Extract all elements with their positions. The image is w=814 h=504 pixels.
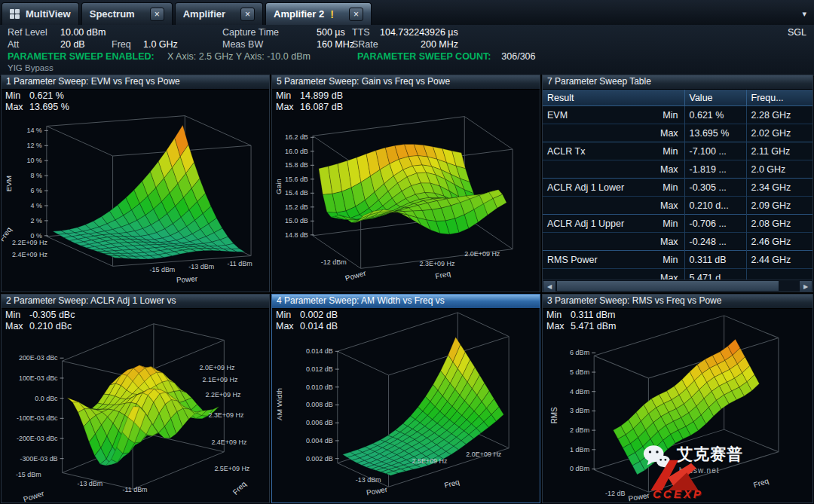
svg-text:2.5E+09 Hz: 2.5E+09 Hz	[214, 466, 249, 473]
table-row: RMS PowerMin0.311 dB2.44 GHz	[543, 251, 812, 269]
sgl-indicator: SGL	[788, 27, 806, 38]
tab-multiview[interactable]: MultiView	[2, 2, 79, 25]
tab-amplifier-2-label: Amplifier 2	[274, 8, 324, 20]
ref-level-value[interactable]: 10.00 dBm	[60, 27, 222, 38]
scroll-right-icon[interactable]: ▶	[799, 280, 812, 292]
svg-text:100E-03 dBc: 100E-03 dBc	[19, 374, 58, 382]
svg-text:2.0E+09 Hz: 2.0E+09 Hz	[200, 364, 235, 371]
tab-overflow-dropdown-icon[interactable]: ▾	[802, 9, 809, 25]
svg-text:15.2 dB: 15.2 dB	[285, 203, 308, 211]
freq-value[interactable]: 1.0 G­Hz	[143, 39, 222, 50]
svg-text:Power: Power	[366, 485, 388, 497]
svg-text:-100E-03 dBc: -100E-03 dBc	[17, 414, 58, 422]
svg-text:4 dBm: 4 dBm	[570, 388, 589, 396]
panel-aclr-minmax: Min-0.305 dBc Max0.210 dBc	[5, 310, 75, 332]
tab-amplifier-label: Amplifier	[183, 8, 225, 20]
warning-icon: !	[330, 8, 334, 20]
srate-value[interactable]: 200 MHz	[421, 39, 458, 50]
am-width-surface-plot[interactable]: 0.014 dB0.012 dB0.010 dB0.008 dB0.006 dB…	[272, 309, 540, 502]
panel-sweep-table-body: Result Value Frequ... EVMMin0.621 %2.28 …	[543, 90, 812, 292]
freq-label: Freq	[112, 39, 143, 50]
tts-value: 104.732243926 µs	[380, 27, 458, 38]
tab-amplifier-2[interactable]: Amplifier 2 ! ×	[265, 2, 372, 25]
panel-evm-minmax: Min0.621 % Max13.695 %	[5, 90, 69, 113]
svg-text:Freq: Freq	[443, 478, 461, 490]
tab-spectrum-label: Spectrum	[90, 8, 135, 20]
svg-text:2.4E+09 Hz: 2.4E+09 Hz	[211, 438, 246, 446]
panel-gain-title[interactable]: 5 Parameter Sweep: Gain vs Freq vs Powe	[272, 75, 540, 90]
svg-text:15.8 dB: 15.8 dB	[285, 161, 308, 169]
panel-evm-title[interactable]: 1 Parameter Sweep: EVM vs Freq vs Powe	[2, 75, 269, 90]
svg-text:0.014 dB: 0.014 dB	[306, 347, 333, 355]
sweep-count-value: 306/306	[501, 51, 535, 62]
panel-evm-body: Min0.621 % Max13.695 % 14 %12 %10 %8 %6 …	[2, 90, 269, 292]
svg-text:16.0 dB: 16.0 dB	[285, 148, 308, 155]
svg-text:2.2E+09 Hz: 2.2E+09 Hz	[12, 239, 48, 246]
panel-gain: 5 Parameter Sweep: Gain vs Freq vs Powe …	[271, 75, 540, 292]
svg-text:0.010 dB: 0.010 dB	[306, 383, 333, 391]
svg-text:2.1E+09 Hz: 2.1E+09 Hz	[202, 376, 237, 383]
svg-text:2 %: 2 %	[30, 217, 42, 225]
att-value[interactable]: 20 dB	[60, 39, 112, 50]
table-row: ACLR Adj 1 LowerMin-0.305 ...2.34 GHz	[543, 179, 812, 197]
svg-text:10 %: 10 %	[26, 157, 41, 164]
svg-text:AM Width: AM Width	[275, 388, 283, 420]
tab-spectrum-close-icon[interactable]: ×	[150, 8, 164, 21]
svg-text:14.8 dB: 14.8 dB	[285, 231, 308, 239]
panel-sweep-table-title[interactable]: 7 Parameter Sweep Table	[543, 75, 812, 90]
svg-text:2.4E+09 Hz: 2.4E+09 Hz	[12, 251, 48, 258]
svg-text:2.2E+09 Hz: 2.2E+09 Hz	[205, 391, 240, 399]
scroll-left-icon[interactable]: ◀	[543, 280, 556, 292]
att-label: Att	[8, 39, 60, 50]
panel-sweep-table: 7 Parameter Sweep Table Result Value Fre…	[542, 75, 813, 292]
svg-text:2.3E+09 Hz: 2.3E+09 Hz	[208, 411, 243, 419]
svg-text:6 %: 6 %	[30, 187, 42, 194]
capture-time-value[interactable]: 500 µs	[317, 27, 352, 38]
tab-spectrum[interactable]: Spectrum ×	[81, 2, 173, 25]
table-row: Max0.210 d...2.09 GHz	[543, 197, 812, 215]
tab-amplifier-close-icon[interactable]: ×	[240, 8, 255, 21]
status-row-sweep: PARAMETER SWEEP ENABLED: X Axis: 2.5 GHz…	[8, 50, 806, 63]
svg-text:Freq: Freq	[231, 480, 248, 496]
svg-text:Power: Power	[344, 269, 368, 283]
status-row-1: Ref Level 10.00 dBm Capture Time 500 µs …	[8, 26, 806, 38]
sweep-table-scrollbar: ◀ ▶	[543, 279, 812, 292]
aclr-surface-plot[interactable]: 200E-03 dBc100E-03 dBc0.0 dBc-100E-03 dB…	[2, 309, 269, 502]
tab-amplifier-2-close-icon[interactable]: ×	[349, 8, 363, 21]
evm-surface-plot[interactable]: 14 %12 %10 %8 %6 %4 %2 %0 %-15 dBm-13 dB…	[2, 90, 269, 292]
svg-text:0 dBm: 0 dBm	[570, 466, 589, 473]
tab-bar: MultiView Spectrum × Amplifier × Amplifi…	[0, 0, 814, 26]
panel-aclr-title[interactable]: 2 Parameter Sweep: ACLR Adj 1 Lower vs	[2, 295, 269, 309]
tab-amplifier[interactable]: Amplifier ×	[175, 2, 263, 25]
tts-label: TTS	[352, 27, 380, 38]
svg-text:0.006 dB: 0.006 dB	[306, 419, 333, 426]
meas-bw-value[interactable]: 160 MHz	[317, 39, 352, 50]
panel-am-width-body: Min0.002 dB Max0.014 dB 0.014 dB0.012 dB…	[272, 309, 540, 502]
svg-text:-12 dB: -12 dB	[605, 490, 626, 497]
panel-gain-body: Min14.899 dB Max16.087 dB 16.2 dB16.0 dB…	[272, 90, 540, 292]
panel-am-width-title[interactable]: 4 Parameter Sweep: AM Width vs Freq vs	[272, 295, 540, 309]
panel-rms-title[interactable]: 3 Parameter Sweep: RMS vs Freq vs Powe	[543, 295, 812, 309]
sweep-table: Result Value Frequ... EVMMin0.621 %2.28 …	[543, 90, 812, 292]
svg-text:-12 dBm: -12 dBm	[321, 258, 347, 266]
svg-text:0.012 dB: 0.012 dB	[306, 365, 333, 373]
svg-text:15.4 dB: 15.4 dB	[285, 189, 308, 197]
scroll-thumb[interactable]	[556, 280, 779, 292]
svg-text:2.0E+09 Hz: 2.0E+09 Hz	[464, 250, 500, 258]
svg-text:-15 dBm: -15 dBm	[16, 471, 41, 478]
svg-text:-13 dBm: -13 dBm	[356, 476, 381, 484]
panel-evm: 1 Parameter Sweep: EVM vs Freq vs Powe M…	[1, 75, 270, 292]
watermark: 艾克赛普 hncsw.net CCEXP	[636, 439, 809, 504]
watermark-logo-text: CCEXP	[653, 487, 703, 500]
svg-text:12 %: 12 %	[26, 142, 41, 149]
gain-surface-plot[interactable]: 16.2 dB16.0 dB15.8 dB15.6 dB15.4 dB15.2 …	[272, 90, 540, 292]
srate-label: SRate	[352, 39, 421, 50]
svg-text:-200E-03 dBc: -200E-03 dBc	[17, 435, 58, 442]
tab-multiview-label: MultiView	[26, 8, 71, 20]
svg-text:Power: Power	[23, 489, 46, 502]
panel-aclr-body: Min-0.305 dBc Max0.210 dBc 200E-03 dBc10…	[2, 309, 269, 502]
panel-gain-minmax: Min14.899 dB Max16.087 dB	[276, 90, 343, 113]
svg-text:0.002 dB: 0.002 dB	[306, 455, 333, 463]
svg-text:15.0 dB: 15.0 dB	[285, 217, 308, 225]
status-bar: Ref Level 10.00 dBm Capture Time 500 µs …	[0, 25, 814, 77]
